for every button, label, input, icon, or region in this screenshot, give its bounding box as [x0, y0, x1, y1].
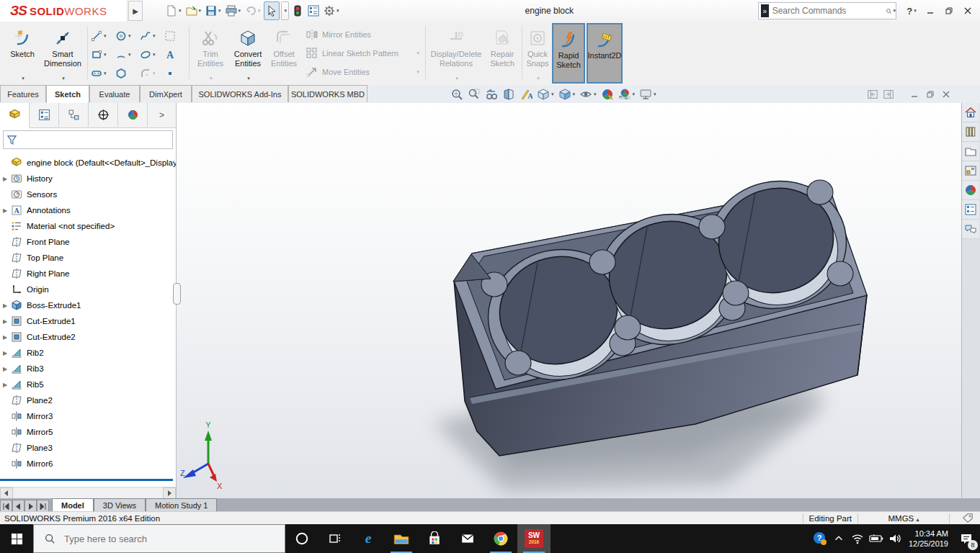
- options-button[interactable]: ▾: [322, 2, 341, 19]
- tab-evaluate[interactable]: Evaluate: [89, 85, 140, 102]
- chevron-down-icon[interactable]: ▾: [573, 91, 576, 97]
- file-explorer-button[interactable]: [962, 142, 979, 161]
- chevron-down-icon[interactable]: ▾: [104, 33, 107, 39]
- rectangle-tool-button[interactable]: ▾: [91, 49, 115, 60]
- search-commands-input[interactable]: [771, 5, 886, 17]
- appearances-scenes-button[interactable]: [962, 181, 979, 200]
- feature-tree-filter-input[interactable]: [20, 135, 172, 145]
- close-button[interactable]: [958, 2, 977, 19]
- tree-item-right-plane[interactable]: Right Plane: [0, 266, 176, 282]
- tree-item-plane2[interactable]: Plane2: [0, 392, 176, 408]
- chevron-down-icon[interactable]: ▾: [551, 91, 554, 97]
- chevron-down-icon[interactable]: ▾: [337, 8, 339, 14]
- print-button[interactable]: ▾: [224, 2, 243, 19]
- text-tool-button[interactable]: [164, 49, 188, 60]
- expand-arrow-icon[interactable]: ▶: [0, 350, 10, 356]
- slot-tool-button[interactable]: ▾: [91, 68, 115, 79]
- select-button[interactable]: [264, 1, 280, 20]
- zoom-to-area-button[interactable]: [468, 88, 481, 101]
- tab-dimxpert[interactable]: DimXpert: [140, 85, 192, 102]
- file-explorer-button[interactable]: [385, 524, 418, 553]
- taskbar-search-box[interactable]: [33, 524, 285, 553]
- chevron-down-icon[interactable]: ▾: [62, 74, 65, 84]
- tab-model[interactable]: Model: [52, 498, 94, 511]
- tree-item-mirror6[interactable]: Mirror6: [0, 456, 176, 472]
- tag-button[interactable]: [956, 513, 980, 524]
- chevron-down-icon[interactable]: ▾: [654, 91, 656, 97]
- tree-item-rib5[interactable]: ▶ Rib5: [0, 377, 176, 392]
- open-button[interactable]: ▾: [184, 2, 203, 19]
- chevron-down-icon[interactable]: ▾: [199, 8, 202, 14]
- previous-view-button[interactable]: [485, 88, 498, 101]
- home-button[interactable]: [962, 103, 979, 122]
- solidworks-help-tray-button[interactable]: [811, 524, 829, 553]
- chrome-button[interactable]: [484, 524, 517, 553]
- rebuild-button[interactable]: [290, 2, 305, 19]
- chevron-down-icon[interactable]: ▾: [239, 8, 241, 14]
- doc-restore-button[interactable]: [922, 87, 938, 102]
- arc-tool-button[interactable]: ▾: [115, 49, 139, 60]
- tab-dimxpert-manager[interactable]: [89, 103, 118, 127]
- tree-item-plane3[interactable]: Plane3: [0, 440, 176, 456]
- chevron-down-icon[interactable]: ▾: [153, 33, 156, 39]
- sketch-picture-button[interactable]: [164, 30, 188, 42]
- tab-3d-views[interactable]: 3D Views: [94, 498, 146, 511]
- tree-item-mirror3[interactable]: Mirror3: [0, 408, 176, 424]
- solidworks-taskbar-button[interactable]: SW 2016: [517, 524, 551, 553]
- feature-tree-horizontal-scrollbar[interactable]: [0, 487, 176, 498]
- tab-property-manager[interactable]: [30, 103, 59, 127]
- chevron-down-icon[interactable]: ▾: [247, 74, 250, 84]
- tab-motion-study-1[interactable]: Motion Study 1: [146, 498, 217, 511]
- chevron-down-icon[interactable]: ▾: [153, 52, 156, 58]
- battery-button[interactable]: [867, 524, 886, 553]
- doc-close-button[interactable]: [938, 87, 954, 102]
- edge-button[interactable]: [352, 524, 385, 553]
- tree-item-front-plane[interactable]: Front Plane: [0, 234, 176, 250]
- chevron-down-icon[interactable]: ▾: [893, 8, 896, 14]
- chevron-down-icon[interactable]: ▾: [218, 8, 221, 14]
- collapse-left-pane-button[interactable]: [865, 87, 881, 102]
- tree-item-annotations[interactable]: ▶ Annotations: [0, 202, 176, 218]
- tree-root-part[interactable]: engine block (Default<<Default>_Display: [0, 155, 176, 171]
- tree-item-boss-extrude1[interactable]: ▶ Boss-Extrude1: [0, 297, 176, 313]
- select-dropdown-button[interactable]: ▾: [281, 1, 290, 20]
- chevron-down-icon[interactable]: ▾: [104, 71, 107, 76]
- smart-dimension-button[interactable]: Smart Dimension ▾: [40, 24, 85, 86]
- help-button[interactable]: ?▾: [902, 2, 921, 19]
- minimize-button[interactable]: [921, 2, 940, 19]
- chevron-down-icon[interactable]: ▾: [633, 91, 636, 97]
- menu-flyout-button[interactable]: ▶: [128, 1, 143, 21]
- fm-tabs-overflow-button[interactable]: >: [148, 103, 176, 127]
- chevron-down-icon[interactable]: ▾: [179, 8, 182, 14]
- action-center-button[interactable]: 8: [953, 524, 980, 553]
- tree-item-material[interactable]: Material <not specified>: [0, 218, 176, 234]
- tab-features[interactable]: Features: [0, 85, 46, 102]
- display-style-button[interactable]: ▾: [558, 88, 576, 101]
- microsoft-store-button[interactable]: [418, 524, 451, 553]
- show-hidden-icons-button[interactable]: [829, 524, 848, 553]
- zoom-to-fit-button[interactable]: [450, 88, 463, 101]
- volume-button[interactable]: [886, 524, 904, 553]
- new-button[interactable]: ▾: [164, 2, 183, 19]
- scroll-right-button[interactable]: [163, 487, 176, 499]
- restore-button[interactable]: [940, 2, 958, 19]
- ellipse-tool-button[interactable]: ▾: [140, 49, 164, 60]
- chevron-down-icon[interactable]: ▾: [128, 52, 131, 58]
- rollback-bar[interactable]: [0, 479, 173, 481]
- tree-item-top-plane[interactable]: Top Plane: [0, 250, 176, 266]
- chevron-down-icon[interactable]: ▾: [104, 52, 107, 58]
- start-button[interactable]: [0, 524, 33, 553]
- tree-item-rib3[interactable]: ▶ Rib3: [0, 361, 176, 377]
- tab-solidworks-mbd[interactable]: SOLIDWORKS MBD: [288, 85, 368, 102]
- tab-sketch[interactable]: Sketch: [46, 85, 89, 103]
- expand-arrow-icon[interactable]: ▶: [0, 318, 10, 325]
- tree-item-mirror5[interactable]: Mirror5: [0, 424, 176, 440]
- search-icon[interactable]: [886, 6, 892, 17]
- clock[interactable]: 10:34 AM 12/25/2019: [904, 529, 953, 549]
- task-view-button[interactable]: [318, 524, 352, 553]
- expand-arrow-icon[interactable]: ▶: [0, 334, 10, 341]
- view-settings-button[interactable]: ▾: [639, 88, 656, 101]
- tree-item-sensors[interactable]: Sensors: [0, 186, 176, 202]
- tab-featuremanager-design-tree[interactable]: [0, 103, 30, 128]
- tab-configuration-manager[interactable]: [59, 103, 89, 127]
